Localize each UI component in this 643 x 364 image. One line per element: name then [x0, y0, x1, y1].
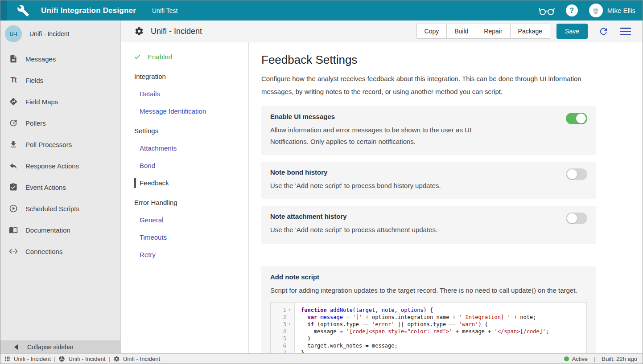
- integration-header[interactable]: U-I Unifi - Incident: [0, 20, 120, 48]
- card-enable-ui-messages: Enable UI messages Allow information and…: [261, 106, 596, 155]
- subnav-link-retry[interactable]: Retry: [121, 251, 248, 258]
- page-description: Configure how the analyst receives feedb…: [261, 72, 598, 98]
- clipboard-check-icon: [8, 182, 19, 192]
- gear-icon: [134, 26, 144, 36]
- collapse-sidebar-button[interactable]: Collapse sidebar: [0, 340, 120, 353]
- code-lines[interactable]: function addNote(target, note, options) …: [295, 303, 586, 353]
- apps-grid-icon: [4, 356, 11, 362]
- app-title: Unifi Integration Designer: [41, 6, 136, 15]
- subnav-link-general[interactable]: General: [121, 216, 248, 224]
- wrench-icon[interactable]: [17, 4, 29, 17]
- sidebar-item-scheduled-scripts[interactable]: Scheduled Scripts: [0, 198, 120, 219]
- code-gutter: 1▾23▾4567: [271, 303, 295, 353]
- integration-avatar: U-I: [5, 25, 22, 42]
- ethernet-code-icon: [8, 246, 19, 257]
- header-left-accent: [0, 0, 7, 20]
- toolbar-actions: Copy Build Repair Package Save: [416, 24, 635, 39]
- content-area: Enabled Integration Details Message Iden…: [121, 42, 643, 353]
- sidebar-item-fields[interactable]: Tt Fields: [0, 70, 120, 91]
- card-note-bond-history: Note bond history Use the 'Add note scri…: [261, 162, 596, 199]
- record-title: Unifi - Incident: [151, 27, 202, 36]
- settings-subnav: Enabled Integration Details Message Iden…: [121, 42, 249, 353]
- user-avatar-icon: [589, 4, 603, 17]
- active-status-dot: [564, 356, 569, 361]
- open-book-icon: [8, 225, 19, 235]
- refresh-icon[interactable]: [598, 26, 609, 37]
- user-menu[interactable]: Mike Ellis: [589, 4, 635, 17]
- statusbar-app-1[interactable]: Unifi - Incident: [4, 356, 51, 362]
- record-toolbar: Unifi - Incident Copy Build Repair Packa…: [121, 20, 643, 42]
- reply-arrow-icon: [8, 160, 19, 171]
- statusbar-separator: |: [54, 356, 55, 362]
- save-button[interactable]: Save: [556, 24, 588, 39]
- environment-label[interactable]: Unifi Test: [152, 7, 177, 14]
- package-button[interactable]: Package: [510, 24, 550, 39]
- app-window: Unifi Integration Designer Unifi Test ?: [0, 0, 643, 364]
- statusbar-app-2[interactable]: Unifi - Incident: [58, 356, 105, 362]
- download-icon: [8, 139, 19, 150]
- check-icon: [133, 53, 141, 61]
- sidebar-item-event-actions[interactable]: Event Actions: [0, 176, 120, 198]
- sidebar-item-documentation[interactable]: Documentation: [0, 219, 120, 241]
- integration-name: Unifi - Incident: [29, 30, 69, 37]
- sidebar-item-connections[interactable]: Connections: [0, 241, 120, 262]
- directions-icon: [8, 96, 19, 107]
- status-bar: Unifi - Incident | Unifi - Incident | Un…: [0, 353, 643, 364]
- active-status-label: Active: [572, 356, 588, 362]
- page-title: Feedback Settings: [261, 53, 643, 67]
- workspace: Unifi - Incident Copy Build Repair Packa…: [121, 20, 643, 353]
- sidebar-item-poll-processors[interactable]: Poll Processors: [0, 134, 120, 155]
- copy-button[interactable]: Copy: [416, 24, 447, 39]
- menu-icon[interactable]: [620, 28, 631, 35]
- gear-icon: [113, 356, 120, 362]
- code-editor[interactable]: 1▾23▾4567 function addNote(target, note,…: [270, 302, 587, 353]
- help-icon[interactable]: ?: [566, 4, 578, 16]
- play-circle-icon: [8, 203, 19, 214]
- main-frame: U-I Unifi - Incident Messages Tt Fields …: [0, 20, 643, 353]
- subnav-link-message-identification[interactable]: Message Identification: [121, 107, 248, 115]
- section-divider: [261, 255, 596, 255]
- statusbar-separator: |: [594, 356, 595, 362]
- sidebar-item-response-actions[interactable]: Response Actions: [0, 155, 120, 176]
- action-button-group: Copy Build Repair Package: [416, 24, 551, 39]
- statusbar-app-3[interactable]: Unifi - Incident: [113, 356, 160, 362]
- enabled-label: Enabled: [148, 53, 172, 61]
- statusbar-separator: |: [109, 356, 110, 362]
- subnav-section-integration: Integration: [121, 73, 248, 80]
- text-fields-icon: Tt: [8, 75, 19, 86]
- note-attachment-history-toggle[interactable]: [566, 213, 587, 224]
- subnav-link-bond[interactable]: Bond: [121, 162, 248, 169]
- enable-ui-messages-toggle[interactable]: [566, 113, 587, 124]
- sidebar-item-pollers[interactable]: Pollers: [0, 112, 120, 134]
- subnav-section-error-handling: Error Handling: [121, 199, 248, 206]
- repair-button[interactable]: Repair: [476, 24, 510, 39]
- built-time-label: Built: 22h ago: [602, 356, 637, 362]
- header-right-tools: ? Mike Ellis: [539, 4, 643, 17]
- card-add-note-script: Add note script Script for adding integr…: [261, 266, 596, 354]
- subnav-link-timeouts[interactable]: Timeouts: [121, 233, 248, 241]
- settings-cards: Enable UI messages Allow information and…: [261, 106, 596, 354]
- subnav-link-details[interactable]: Details: [121, 90, 248, 98]
- feedback-settings-panel: Feedback Settings Configure how the anal…: [249, 42, 643, 353]
- statusbar-right: Active | Built: 22h ago: [564, 356, 637, 362]
- sidebar-item-field-maps[interactable]: Field Maps: [0, 91, 120, 112]
- user-name: Mike Ellis: [607, 7, 635, 14]
- left-sidebar: U-I Unifi - Incident Messages Tt Fields …: [0, 20, 121, 353]
- build-button[interactable]: Build: [446, 24, 476, 39]
- subnav-link-attachments[interactable]: Attachments: [121, 144, 248, 152]
- note-bond-history-toggle[interactable]: [566, 168, 587, 180]
- document-icon: [8, 53, 19, 64]
- enabled-status: Enabled: [121, 53, 248, 61]
- sidebar-item-messages[interactable]: Messages: [0, 48, 120, 70]
- collapse-arrow-icon: [14, 344, 18, 350]
- top-header-bar: Unifi Integration Designer Unifi Test ?: [0, 0, 643, 20]
- subnav-section-settings: Settings: [121, 127, 248, 135]
- sidebar-nav: Messages Tt Fields Field Maps Pollers Po…: [0, 48, 120, 262]
- subnav-link-feedback[interactable]: Feedback: [121, 179, 248, 187]
- integration-sphere-icon: [58, 356, 65, 362]
- update-clock-icon: [8, 118, 19, 128]
- preview-glasses-icon[interactable]: [539, 5, 555, 16]
- card-note-attachment-history: Note attachment history Use the 'Add not…: [261, 206, 596, 243]
